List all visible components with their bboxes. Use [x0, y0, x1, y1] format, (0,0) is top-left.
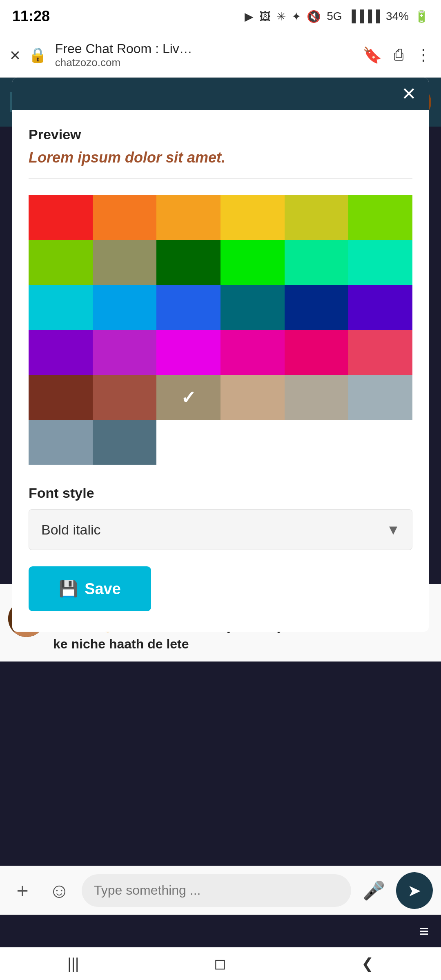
color-cell-16[interactable] — [285, 285, 349, 330]
save-button[interactable]: 💾 Save — [29, 566, 151, 611]
status-time: 11:28 — [12, 8, 50, 25]
add-button[interactable]: + — [8, 876, 37, 905]
signal-bars: ▐▐▐▐ — [348, 10, 380, 23]
emoji-button[interactable]: ☺ — [45, 876, 74, 905]
browser-actions: 🔖 ⎙ ⋮ — [363, 46, 431, 64]
color-cell-6[interactable] — [29, 240, 93, 285]
color-cell-12[interactable] — [29, 285, 93, 330]
color-cell-24[interactable] — [29, 375, 93, 420]
browser-bar: × 🔒 Free Chat Room : Liv… chatzozo.com 🔖… — [0, 33, 441, 78]
more-menu-icon[interactable]: ⋮ — [416, 46, 431, 64]
color-cell-19[interactable] — [93, 330, 157, 375]
status-icons: ▶ 🖼 ✳ ✦ 🔇 5G ▐▐▐▐ 34% 🔋 — [245, 10, 429, 23]
browser-domain: chatzozo.com — [55, 56, 354, 69]
browser-title: Free Chat Room : Liv… — [55, 41, 354, 56]
input-bar: + ☺ 🎤 ➤ — [0, 866, 441, 915]
color-cell-27[interactable] — [220, 375, 285, 420]
color-cell-18[interactable] — [29, 330, 93, 375]
modal-header: ✕ — [12, 78, 429, 110]
android-nav-bar: ||| ◻ ❮ — [0, 947, 441, 980]
mic-button[interactable]: 🎤 — [359, 876, 388, 905]
color-cell-3[interactable] — [220, 195, 285, 240]
color-cell-20[interactable] — [156, 330, 220, 375]
share-icon[interactable]: ⎙ — [394, 46, 403, 64]
font-style-select-wrapper: NormalBoldItalicBold italic ▼ — [29, 509, 412, 550]
color-cell-28[interactable] — [285, 375, 349, 420]
divider — [29, 178, 412, 179]
color-cell-29[interactable] — [348, 375, 412, 420]
battery-level: 34% — [386, 10, 409, 23]
color-grid — [29, 195, 412, 465]
color-cell-1[interactable] — [93, 195, 157, 240]
color-cell-15[interactable] — [220, 285, 285, 330]
status-bar: 11:28 ▶ 🖼 ✳ ✦ 🔇 5G ▐▐▐▐ 34% 🔋 — [0, 0, 441, 33]
save-disk-icon: 💾 — [59, 580, 78, 598]
bottom-nav-strip: ≡ — [0, 915, 441, 947]
color-cell-30[interactable] — [29, 420, 93, 465]
android-home-button[interactable]: ◻ — [214, 955, 226, 972]
color-cell-26[interactable] — [156, 375, 220, 420]
bluetooth-icon: ✦ — [292, 10, 301, 23]
color-cell-11[interactable] — [348, 240, 412, 285]
youtube-icon: ▶ — [245, 10, 254, 23]
send-button[interactable]: ➤ — [396, 872, 433, 909]
android-menu-button[interactable]: ||| — [67, 955, 79, 972]
color-cell-23[interactable] — [348, 330, 412, 375]
lock-icon: 🔒 — [29, 47, 47, 64]
preview-label: Preview — [29, 127, 412, 143]
color-cell-21[interactable] — [220, 330, 285, 375]
color-cell-4[interactable] — [285, 195, 349, 240]
color-cell-9[interactable] — [220, 240, 285, 285]
color-cell-22[interactable] — [285, 330, 349, 375]
color-picker-modal: ✕ Preview Lorem ipsum dolor sit amet. Fo… — [12, 78, 429, 632]
font-style-select[interactable]: NormalBoldItalicBold italic — [29, 509, 412, 550]
color-cell-25[interactable] — [93, 375, 157, 420]
modal-body: Preview Lorem ipsum dolor sit amet. Font… — [12, 110, 429, 632]
font-style-label: Font style — [29, 485, 412, 501]
message-input[interactable] — [82, 874, 351, 907]
color-cell-0[interactable] — [29, 195, 93, 240]
color-cell-14[interactable] — [156, 285, 220, 330]
android-back-button[interactable]: ❮ — [361, 955, 374, 972]
color-cell-10[interactable] — [285, 240, 349, 285]
nav-menu-icon: ≡ — [419, 922, 429, 940]
bookmark-icon[interactable]: 🔖 — [363, 46, 382, 64]
color-cell-13[interactable] — [93, 285, 157, 330]
color-cell-31[interactable] — [93, 420, 157, 465]
gallery-icon: 🖼 — [259, 10, 271, 23]
color-cell-7[interactable] — [93, 240, 157, 285]
signal-icon: 5G — [327, 10, 342, 23]
modal-close-button[interactable]: ✕ — [401, 85, 416, 103]
color-cell-17[interactable] — [348, 285, 412, 330]
color-cell-2[interactable] — [156, 195, 220, 240]
browser-close-button[interactable]: × — [10, 46, 20, 64]
preview-text: Lorem ipsum dolor sit amet. — [29, 149, 412, 166]
color-cell-8[interactable] — [156, 240, 220, 285]
mute-icon: 🔇 — [307, 10, 321, 23]
browser-url-area[interactable]: Free Chat Room : Liv… chatzozo.com — [55, 41, 354, 69]
color-cell-5[interactable] — [348, 195, 412, 240]
settings-icon: ✳ — [276, 10, 286, 23]
battery-icon: 🔋 — [414, 10, 429, 23]
save-label: Save — [85, 580, 121, 598]
